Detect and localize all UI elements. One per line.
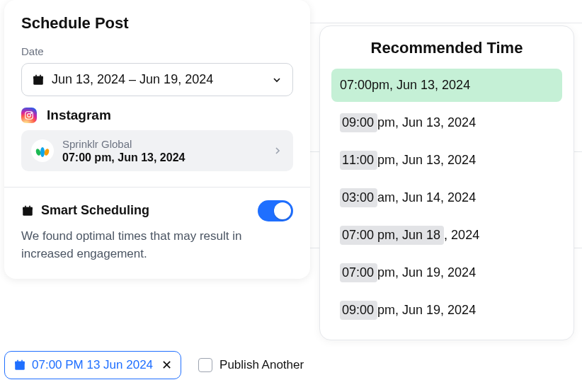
svg-rect-8 <box>23 207 33 209</box>
time-prefix: 07:00 <box>340 263 377 282</box>
time-prefix: 03:00 <box>340 188 377 207</box>
time-prefix: 07:00 pm, Jun 18 <box>340 226 444 245</box>
svg-rect-3 <box>40 74 41 77</box>
time-rest: pm, Jun 19, 2024 <box>377 303 476 318</box>
publish-another-option[interactable]: Publish Another <box>198 358 304 372</box>
account-card[interactable]: Sprinklr Global 07:00 pm, Jun 13, 2024 <box>21 130 293 171</box>
sprinklr-logo-icon <box>31 139 54 162</box>
calendar-icon <box>21 204 34 217</box>
recommended-time-item[interactable]: 09:00 pm, Jun 19, 2024 <box>331 294 562 327</box>
panel-title: Schedule Post <box>21 14 293 33</box>
chevron-right-icon <box>272 145 283 156</box>
svg-point-6 <box>31 113 32 113</box>
platform-row: Instagram <box>21 108 293 123</box>
svg-rect-2 <box>35 74 37 77</box>
chip-time-text: 07:00 PM 13 Jun 2024 <box>32 358 153 372</box>
time-rest: pm, Jun 13, 2024 <box>377 153 476 168</box>
recommended-time-item[interactable]: 03:00 am, Jun 14, 2024 <box>331 181 562 214</box>
time-prefix: 09:00 <box>340 113 377 132</box>
date-label: Date <box>21 45 293 57</box>
smart-scheduling-title: Smart Scheduling <box>41 203 251 218</box>
publish-another-label: Publish Another <box>219 358 304 372</box>
recommended-time-item[interactable]: 07:00 pm, Jun 18, 2024 <box>331 219 562 252</box>
time-prefix: 09:00 <box>340 301 377 320</box>
time-rest: pm, Jun 13, 2024 <box>377 115 476 130</box>
scheduled-time-chip[interactable]: 07:00 PM 13 Jun 2024 ✕ <box>4 351 181 379</box>
account-scheduled-time: 07:00 pm, Jun 13, 2024 <box>62 151 263 164</box>
chevron-down-icon <box>271 74 283 86</box>
date-range-picker[interactable]: Jun 13, 2024 – Jun 19, 2024 <box>21 63 293 96</box>
svg-rect-1 <box>33 76 43 79</box>
calendar-icon <box>32 74 45 86</box>
time-rest: pm, Jun 13, 2024 <box>372 78 470 93</box>
recommended-title: Recommended Time <box>331 39 562 57</box>
recommended-time-item[interactable]: 09:00 pm, Jun 13, 2024 <box>331 106 562 139</box>
close-icon[interactable]: ✕ <box>161 359 172 371</box>
svg-point-5 <box>28 114 31 117</box>
recommended-time-item[interactable]: 07:00 pm, Jun 19, 2024 <box>331 256 562 289</box>
time-prefix: 11:00 <box>340 151 377 170</box>
date-range-text: Jun 13, 2024 – Jun 19, 2024 <box>52 72 213 87</box>
recommended-time-item[interactable]: 11:00 pm, Jun 13, 2024 <box>331 144 562 177</box>
svg-rect-12 <box>15 362 25 364</box>
recommended-time-item[interactable]: 07:00 pm, Jun 13, 2024 <box>331 69 562 102</box>
footer-bar: 07:00 PM 13 Jun 2024 ✕ Publish Another <box>4 351 304 379</box>
schedule-post-panel: Schedule Post Date Jun 13, 2024 – Jun 19… <box>4 0 310 279</box>
svg-rect-13 <box>17 360 18 363</box>
divider <box>4 187 310 188</box>
instagram-icon <box>21 108 37 123</box>
time-rest: pm, Jun 19, 2024 <box>377 265 476 280</box>
publish-another-checkbox[interactable] <box>198 358 212 372</box>
svg-rect-14 <box>21 360 23 363</box>
svg-rect-10 <box>29 205 30 208</box>
time-rest: am, Jun 14, 2024 <box>377 190 476 205</box>
time-prefix: 07:00 <box>340 76 372 95</box>
svg-rect-9 <box>25 205 26 208</box>
account-name: Sprinklr Global <box>62 137 263 151</box>
recommended-time-panel: Recommended Time 07:00 pm, Jun 13, 20240… <box>319 25 574 340</box>
calendar-icon <box>13 359 26 371</box>
time-rest: , 2024 <box>444 228 479 243</box>
platform-name: Instagram <box>47 108 111 123</box>
smart-scheduling-desc: We found optimal times that may result i… <box>21 227 293 263</box>
smart-scheduling-toggle[interactable] <box>258 200 293 221</box>
